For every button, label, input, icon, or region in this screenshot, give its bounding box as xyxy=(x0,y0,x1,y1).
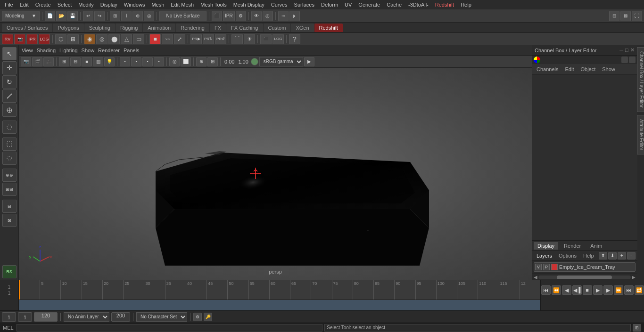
menu-mesh-tools[interactable]: Mesh Tools xyxy=(198,1,229,8)
vp-texture-btn[interactable]: ▨ xyxy=(93,57,103,66)
rotate-tool-btn[interactable]: ↻ xyxy=(2,75,17,89)
panel-close-btn[interactable]: ✕ xyxy=(630,47,635,53)
tab-anim[interactable]: Anim xyxy=(586,242,606,250)
snap-to-curve-btn[interactable]: ⌇ xyxy=(121,11,132,21)
snap-to-surface-btn[interactable]: ◎ xyxy=(144,11,154,21)
vp-arrow-btn[interactable]: ▶ xyxy=(304,57,314,66)
vp-menu-panels[interactable]: Panels xyxy=(124,48,140,53)
vp-menu-show[interactable]: Show xyxy=(82,48,95,53)
tab-curves-surfaces[interactable]: Curves / Surfaces xyxy=(2,24,52,32)
rs-torus-btn[interactable]: ◎ xyxy=(96,34,107,44)
scroll-right-btn[interactable]: ▶ xyxy=(631,275,636,280)
frame-end-display[interactable]: 120 xyxy=(34,312,58,322)
tab-rigging[interactable]: Rigging xyxy=(116,24,142,32)
soft-select-btn[interactable] xyxy=(2,121,17,134)
tab-render[interactable]: Render xyxy=(560,242,585,250)
char-set-selector[interactable]: No Character Set xyxy=(136,312,187,322)
vp-film-btn[interactable]: 🎬 xyxy=(32,57,42,66)
rs-left-btn[interactable]: RS xyxy=(2,265,17,278)
frame-start-field[interactable]: 1 xyxy=(2,312,16,322)
vp-grid-btn[interactable]: ⊞ xyxy=(59,57,69,66)
anim-btn[interactable]: ⏵ xyxy=(289,11,300,21)
rs-sphere-btn[interactable]: ◉ xyxy=(84,34,95,44)
status-end-btn[interactable]: ⊞ xyxy=(633,324,641,332)
next-frame-btn[interactable]: ▶ xyxy=(603,285,613,295)
layer-visibility-toggle[interactable]: V xyxy=(535,264,542,270)
open-scene-btn[interactable]: 📂 xyxy=(56,11,66,21)
loop-btn[interactable]: 🔁 xyxy=(635,285,644,295)
universal-tool-btn[interactable] xyxy=(2,104,17,117)
menu-surfaces[interactable]: Surfaces xyxy=(291,1,317,8)
go-to-start-btn[interactable]: ⏮ xyxy=(541,285,551,295)
rs-cam-btn[interactable]: 📷 xyxy=(14,34,25,44)
options-tab[interactable]: Options xyxy=(556,252,579,259)
vp-frame-btn[interactable]: ⬜ xyxy=(181,57,191,66)
menu-help[interactable]: Help xyxy=(458,1,474,8)
gamma-selector[interactable]: sRGB gamma xyxy=(259,57,303,66)
vp-res-btn[interactable]: ⊞ xyxy=(207,57,218,66)
menu-file[interactable]: File xyxy=(2,1,16,8)
tab-xgen[interactable]: XGen xyxy=(291,24,314,32)
rs-rv-btn[interactable]: RV xyxy=(2,34,13,44)
live-surface-btn[interactable]: No Live Surface xyxy=(159,11,206,21)
vp-menu-view[interactable]: View xyxy=(22,48,33,53)
fullscreen-btn[interactable]: ⛶ xyxy=(632,11,642,21)
layer-add-btn[interactable]: + xyxy=(618,252,626,259)
vp-menu-shading[interactable]: Shading xyxy=(37,48,56,53)
ipr-btn[interactable]: IPR xyxy=(223,11,235,21)
rs-post2-btn[interactable]: LOG xyxy=(272,34,284,44)
vp-menu-renderer[interactable]: Renderer xyxy=(98,48,120,53)
menu-curves[interactable]: Curves xyxy=(268,1,290,8)
step-back-btn[interactable]: ⏪ xyxy=(552,285,561,295)
rs-ipr-btn[interactable]: IPR xyxy=(26,34,38,44)
menu-edit-mesh[interactable]: Edit Mesh xyxy=(168,1,197,8)
rs-pr2-btn[interactable]: PR↻ xyxy=(203,34,214,44)
menu-modify[interactable]: Modify xyxy=(75,1,96,8)
tab-custom[interactable]: Custom xyxy=(264,24,291,32)
rs-pr3-btn[interactable]: PR↺ xyxy=(215,34,226,44)
snap-to-point-btn[interactable]: ⊕ xyxy=(132,11,143,21)
command-input[interactable] xyxy=(17,324,323,332)
menu-redshift[interactable]: Redshift xyxy=(432,1,457,8)
prev-frame-btn[interactable]: ◀ xyxy=(562,285,571,295)
resolution-btn[interactable]: ⊠ xyxy=(620,11,631,21)
rs-log-btn[interactable]: LOG xyxy=(39,34,50,44)
go-to-end-btn[interactable]: ⏭ xyxy=(624,285,634,295)
menu-mesh[interactable]: Mesh xyxy=(149,1,167,8)
tab-fx[interactable]: FX xyxy=(210,24,226,32)
rs-bowl-btn[interactable]: ⌒ xyxy=(231,34,243,44)
menu-windows[interactable]: Windows xyxy=(121,1,148,8)
menu-3dtoall[interactable]: -3DtoAll- xyxy=(405,1,431,8)
lasso-select-btn[interactable] xyxy=(2,152,17,165)
misc-btn-1[interactable]: ⊟ xyxy=(2,200,17,213)
scale-tool-btn[interactable] xyxy=(2,89,17,103)
new-scene-btn[interactable]: 📄 xyxy=(45,11,55,21)
misc-btn-2[interactable]: ⊠ xyxy=(2,214,17,227)
rs-grid-btn[interactable]: ⊞ xyxy=(67,34,79,44)
select-tool-btn[interactable]: ↖ xyxy=(2,47,17,60)
rs-sun-btn[interactable]: ☀ xyxy=(244,34,255,44)
play-fwd-btn[interactable]: ▶ xyxy=(593,285,603,295)
vp-color-space-btn[interactable] xyxy=(251,58,258,65)
layer-color-swatch[interactable] xyxy=(551,264,558,270)
display-settings-btn[interactable]: ⊟ xyxy=(609,11,619,21)
move-keys-btn[interactable]: ⇥ xyxy=(278,11,289,21)
render-settings-btn[interactable]: ⚙ xyxy=(236,11,246,21)
tab-animation[interactable]: Animation xyxy=(143,24,175,32)
vp-cam-btn[interactable]: 📷 xyxy=(21,57,31,66)
menu-edit[interactable]: Edit xyxy=(17,1,32,8)
bc-auto-key-btn[interactable]: 🔑 xyxy=(204,313,212,321)
snap-set-btn[interactable]: ⊕⊕ xyxy=(2,169,17,182)
help-tab[interactable]: Help xyxy=(580,252,597,259)
panel-maximize-btn[interactable]: □ xyxy=(625,47,628,53)
rs-mat2-btn[interactable]: ~~ xyxy=(162,34,173,44)
vp-iso-btn[interactable]: ◎ xyxy=(169,57,180,66)
tab-polygons[interactable]: Polygons xyxy=(53,24,83,32)
vp-snap-btn[interactable]: ⊕ xyxy=(196,57,206,66)
rs-mat3-btn[interactable]: ⤢ xyxy=(174,34,185,44)
vp-menu-lighting[interactable]: Lighting xyxy=(59,48,78,53)
tab-rendering[interactable]: Rendering xyxy=(176,24,209,32)
vp-sel1-btn[interactable]: • xyxy=(120,57,130,66)
layer-move-up-btn[interactable]: ⬆ xyxy=(599,252,607,259)
menu-uv[interactable]: UV xyxy=(342,1,355,8)
